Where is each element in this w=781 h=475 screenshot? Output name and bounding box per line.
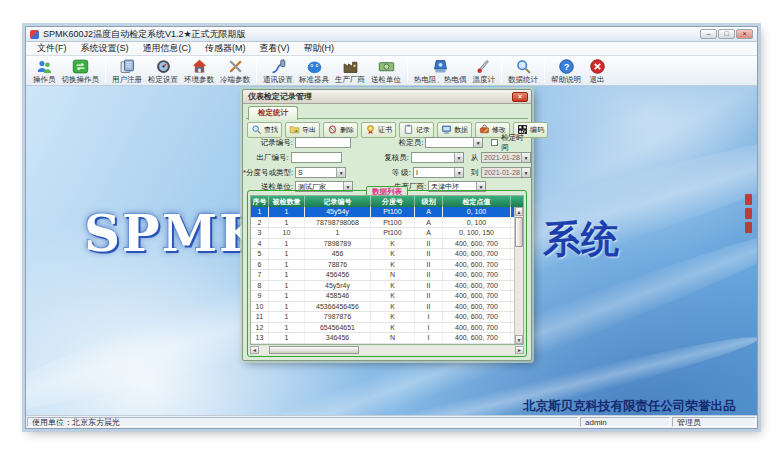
column-header[interactable]: 检定点值	[443, 196, 511, 207]
cert-icon	[365, 124, 376, 136]
toolbar-button-tools[interactable]: 冷端参数	[217, 57, 253, 85]
toolbar-button-exit[interactable]: 退出	[584, 57, 610, 85]
dialog-button-label: 记录	[416, 125, 430, 135]
toolbar-button-users[interactable]: 操作员	[30, 57, 59, 85]
menu-item[interactable]: 系统设置(S)	[74, 41, 136, 56]
factory-no-label: 出厂编号:	[243, 153, 289, 163]
toolbar-button-label: 检定设置	[148, 76, 178, 84]
factory-no-input[interactable]	[291, 152, 343, 163]
table-cell: 1	[269, 270, 305, 280]
dialog-titlebar: 仪表检定记录管理 ×	[243, 90, 531, 104]
column-header[interactable]: 分度号	[371, 196, 415, 207]
tab-verification-statistics[interactable]: 检定统计	[248, 106, 298, 120]
grade-combo[interactable]: I▼	[413, 167, 464, 178]
toolbar-button-thermometer[interactable]: 温度计	[470, 57, 499, 85]
toolbar-button-factory[interactable]: 生产厂商	[332, 57, 368, 85]
scroll-right-arrow[interactable]: ►	[515, 346, 524, 354]
table-row[interactable]: 131346456NI400, 600, 700	[251, 333, 523, 344]
table-row[interactable]: 1117987876KI400, 600, 700	[251, 312, 523, 323]
vertical-scroll-thumb[interactable]	[515, 217, 523, 247]
toolbar-button-switch[interactable]: 切换操作员	[59, 57, 103, 85]
table-row[interactable]: 51456KII400, 600, 700	[251, 249, 523, 260]
toolbar-button-plug[interactable]: 通讯设置	[260, 57, 296, 85]
toolbar-button-money[interactable]: 送检单位	[368, 57, 404, 85]
table-cell: 14	[251, 344, 269, 346]
table-cell: 1	[269, 312, 305, 322]
time-filter-checkbox[interactable]: 检定时间	[491, 133, 531, 153]
toolbar-button-meter[interactable]: 标准器具	[296, 57, 332, 85]
toolbar-button-register[interactable]: 用户注册	[109, 57, 145, 85]
reviewer-combo[interactable]: ▼	[411, 152, 464, 163]
to-date-picker[interactable]: 2021-01-28▼	[481, 167, 531, 178]
menu-item[interactable]: 文件(F)	[30, 41, 74, 56]
type-label: *分度号或类型:	[243, 168, 293, 178]
table-row[interactable]: 121654564651KI400, 600, 700	[251, 323, 523, 334]
column-header[interactable]: 记录编号	[305, 196, 371, 207]
record-no-input[interactable]	[295, 137, 351, 148]
close-button[interactable]: ×	[736, 29, 753, 39]
scroll-down-arrow[interactable]: ▼	[515, 335, 523, 344]
table-cell: 7	[251, 270, 269, 280]
table-cell: 9	[251, 291, 269, 301]
table-cell: 400, 600, 700	[443, 249, 511, 259]
maximize-button[interactable]: □	[718, 29, 735, 39]
toolbar-button-magnifier[interactable]: 数据统计	[505, 57, 541, 85]
dialog-button-label: 查找	[264, 125, 278, 135]
dialog-button-label: 数据	[454, 125, 468, 135]
table-cell: 400, 600, 700	[443, 239, 511, 249]
column-header[interactable]: 级别	[415, 196, 443, 207]
vertical-scrollbar[interactable]: ▲ ▼	[514, 207, 523, 344]
toolbar-button-gauge[interactable]: 检定设置	[145, 57, 181, 85]
toolbar-button-label: 通讯设置	[263, 76, 293, 84]
column-header[interactable]: 被检数量	[269, 196, 305, 207]
help-icon: ?	[558, 58, 575, 76]
scroll-up-arrow[interactable]: ▲	[515, 207, 523, 216]
menu-item[interactable]: 帮助(H)	[297, 41, 342, 56]
table-row[interactable]: 2178798798068Pt100A0, 100	[251, 218, 523, 229]
table-row[interactable]: 91458546KII400, 600, 700	[251, 291, 523, 302]
type-combo[interactable]: S▼	[295, 167, 346, 178]
toolbar-button-help[interactable]: ?帮助说明	[548, 57, 584, 85]
table-cell: Pt100	[371, 228, 415, 238]
table-row[interactable]: 10145366456456KII400, 600, 700	[251, 302, 523, 313]
checkbox-box[interactable]	[491, 139, 498, 146]
menu-item[interactable]: 通用信息(C)	[136, 41, 199, 56]
table-cell: 400, 600, 700	[443, 312, 511, 322]
table-row[interactable]: 3101Pt100A0, 100, 150	[251, 228, 523, 239]
table-cell: 2	[251, 218, 269, 228]
table-row[interactable]: 6178876KII400, 600, 700	[251, 260, 523, 271]
dialog-close-button[interactable]: ×	[512, 92, 528, 102]
table-cell: II	[415, 344, 443, 346]
table-cell: K	[371, 260, 415, 270]
menu-item[interactable]: 查看(V)	[253, 41, 297, 56]
toolbar-button-label: 数据统计	[508, 76, 538, 84]
menu-item[interactable]: 传感器(M)	[198, 41, 253, 56]
table-cell: I	[415, 323, 443, 333]
table-cell: 400, 600, 700	[443, 270, 511, 280]
toolbar-button-sensor[interactable]: 热电阻、热电偶	[411, 57, 470, 85]
status-user: admin	[580, 417, 670, 427]
minimize-button[interactable]: –	[700, 29, 717, 39]
horizontal-scrollbar[interactable]: ◄ ►	[250, 346, 524, 354]
table-row[interactable]: 417898789KII400, 600, 700	[251, 239, 523, 250]
table-cell: 45y5r4y	[305, 281, 371, 291]
scroll-left-arrow[interactable]: ◄	[250, 346, 259, 354]
table-row[interactable]: 1145y54yPt100A0, 100	[251, 207, 523, 218]
table-cell: II	[415, 260, 443, 270]
table-cell: N	[371, 333, 415, 343]
sensor-icon	[432, 58, 449, 76]
export-icon	[289, 124, 300, 136]
horizontal-scroll-thumb[interactable]	[269, 346, 359, 354]
table-cell: 7987876	[305, 312, 371, 322]
toolbar-button-house[interactable]: 环境参数	[181, 57, 217, 85]
table-row[interactable]: 8145y5r4yKII400, 600, 700	[251, 281, 523, 292]
verifier-combo[interactable]: ▼	[425, 137, 483, 148]
table-row[interactable]: 71456456NII400, 600, 700	[251, 270, 523, 281]
table-cell: 400, 600, 700	[443, 260, 511, 270]
column-header[interactable]: 序号	[251, 196, 269, 207]
from-date-picker[interactable]: 2021-01-28▼	[481, 152, 531, 163]
records-table: 序号被检数量记录编号分度号级别检定点值 1145y54yPt100A0, 100…	[250, 195, 524, 345]
table-cell: A	[415, 228, 443, 238]
table-cell: 8	[251, 281, 269, 291]
table-row[interactable]: 141547s56s5sKII180, 300, 500	[251, 344, 523, 346]
